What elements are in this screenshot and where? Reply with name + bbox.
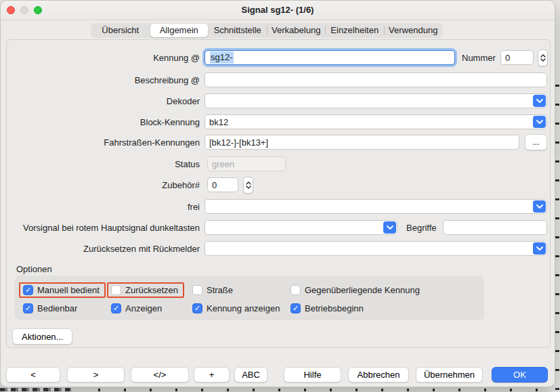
dekoder-value[interactable] [205, 94, 546, 108]
fahrstrassen-input[interactable] [204, 135, 519, 150]
dekoder-select[interactable] [204, 93, 547, 108]
option-label: Manuell bedient [37, 285, 100, 295]
chevron-down-icon[interactable] [533, 200, 546, 213]
chevron-up-icon [540, 54, 546, 58]
status-label: Status [7, 156, 200, 172]
background-track-diagram [74, 389, 555, 391]
block-kennung-label: Block-Kennung [7, 114, 200, 130]
help-button[interactable]: Hilfe [284, 367, 341, 383]
nummer-stepper[interactable] [538, 49, 548, 66]
nummer-label: Nummer [462, 50, 496, 66]
zubehoer-input[interactable] [207, 177, 238, 192]
ok-button[interactable]: OK [492, 367, 548, 383]
beschreibung-label: Beschreibung @ [7, 72, 200, 88]
chevron-down-icon [246, 186, 251, 189]
option-label: Anzeigen [125, 303, 162, 313]
fahrstrassen-more-button[interactable]: ... [525, 134, 547, 150]
vorsignal-select[interactable] [204, 220, 397, 235]
code-button[interactable]: </​> [131, 367, 189, 383]
signal-dialog-window: Signal sg12- (1/6) Übersicht Allgemein S… [0, 0, 555, 387]
option-label: Bedienbar [37, 303, 77, 313]
rueckmelder-select[interactable] [204, 241, 547, 256]
chevron-down-icon[interactable] [383, 221, 396, 234]
dekoder-label: Dekoder [7, 93, 200, 109]
checkbox-checked-icon[interactable]: ✓ [23, 303, 33, 313]
rueckmelder-value[interactable] [205, 242, 546, 255]
frei-label: frei [7, 199, 200, 215]
block-kennung-select[interactable] [204, 114, 547, 129]
title-bar: Signal sg12- (1/6) [1, 1, 555, 20]
tab-bar: Übersicht Allgemein Schnittstelle Verkab… [91, 23, 443, 38]
kennung-label: Kennung @ [7, 50, 200, 66]
chevron-down-icon[interactable] [533, 116, 546, 128]
begriffe-label: Begriffe [406, 220, 437, 236]
frei-value[interactable] [205, 200, 546, 213]
chevron-down-icon [540, 58, 546, 62]
option-manuell-bedient[interactable]: ✓ Manuell bedient [19, 282, 106, 298]
chevron-up-icon [246, 181, 251, 185]
status-input [207, 156, 286, 171]
zubehoer-stepper[interactable] [243, 177, 253, 194]
option-label: Betriebsbeginn [305, 303, 364, 313]
selected-text: sg12- [210, 51, 234, 64]
tab-allgemein[interactable]: Allgemein [150, 24, 209, 37]
rueckmelder-label: Zurücksetzen mit Rückmelder [7, 241, 200, 257]
apply-button[interactable]: Übernehmen [416, 367, 483, 383]
form-panel: Kennung @ sg12- Nummer Beschreibung @ De… [6, 39, 551, 348]
zubehoer-label: Zubehör# [7, 177, 200, 193]
checkbox-unchecked-icon[interactable] [290, 285, 301, 295]
nummer-input[interactable] [500, 50, 534, 65]
checkbox-checked-icon[interactable]: ✓ [290, 303, 301, 313]
option-gegenueberliegende-kennung[interactable]: Gegenüberliegende Kennung [286, 282, 426, 298]
option-label: Gegenüberliegende Kennung [305, 285, 420, 295]
options-title: Optionen [16, 264, 52, 274]
checkbox-checked-icon[interactable]: ✓ [23, 285, 33, 295]
chevron-down-icon[interactable] [533, 242, 546, 255]
vorsignal-value[interactable] [205, 221, 397, 234]
background-track-diagram [0, 388, 71, 391]
option-label: Straße [207, 285, 233, 295]
tab-einzelheiten[interactable]: Einzelheiten [326, 24, 384, 37]
kennung-input[interactable]: sg12- [204, 50, 455, 65]
next-button[interactable]: > [67, 367, 125, 383]
vorsignal-label: Vorsignal bei rotem Hauptsignal dunkelta… [7, 220, 200, 236]
beschreibung-input[interactable] [204, 72, 547, 87]
option-label: Zurücksetzen [125, 285, 178, 295]
block-kennung-value[interactable] [205, 115, 546, 129]
option-strasse[interactable]: Straße [188, 282, 239, 298]
checkbox-checked-icon[interactable]: ✓ [192, 303, 202, 313]
fahrstrassen-label: Fahrstraßen-Kennungen [7, 135, 200, 150]
option-anzeigen[interactable]: ✓ Anzeigen [107, 301, 168, 316]
options-group: ✓ Manuell bedient Zurücksetzen Straße Ge… [15, 276, 484, 320]
abc-button[interactable]: ABC [234, 367, 267, 383]
option-betriebsbeginn[interactable]: ✓ Betriebsbeginn [286, 301, 370, 316]
chevron-down-icon[interactable] [533, 95, 546, 107]
background-track-diagram [555, 68, 559, 392]
tab-uebersicht[interactable]: Übersicht [91, 24, 150, 37]
checkbox-checked-icon[interactable]: ✓ [111, 303, 121, 313]
option-zuruecksetzen[interactable]: Zurücksetzen [107, 282, 184, 298]
option-kennung-anzeigen[interactable]: ✓ Kennung anzeigen [188, 301, 286, 316]
aktionen-button[interactable]: Aktionen... [12, 328, 72, 345]
plus-button[interactable]: + [194, 367, 230, 383]
frei-select[interactable] [204, 199, 547, 214]
window-title: Signal sg12- (1/6) [1, 1, 555, 20]
begriffe-input[interactable] [443, 220, 547, 235]
prev-button[interactable]: < [6, 367, 60, 383]
option-label: Kennung anzeigen [207, 303, 280, 313]
checkbox-unchecked-icon[interactable] [192, 285, 202, 295]
tab-schnittstelle[interactable]: Schnittstelle [209, 24, 267, 37]
cancel-button[interactable]: Abbrechen [348, 367, 409, 383]
tab-verkabelung[interactable]: Verkabelung [267, 24, 326, 37]
tab-verwendung[interactable]: Verwendung [385, 24, 443, 37]
checkbox-unchecked-icon[interactable] [111, 285, 121, 295]
option-bedienbar[interactable]: ✓ Bedienbar [19, 301, 83, 316]
